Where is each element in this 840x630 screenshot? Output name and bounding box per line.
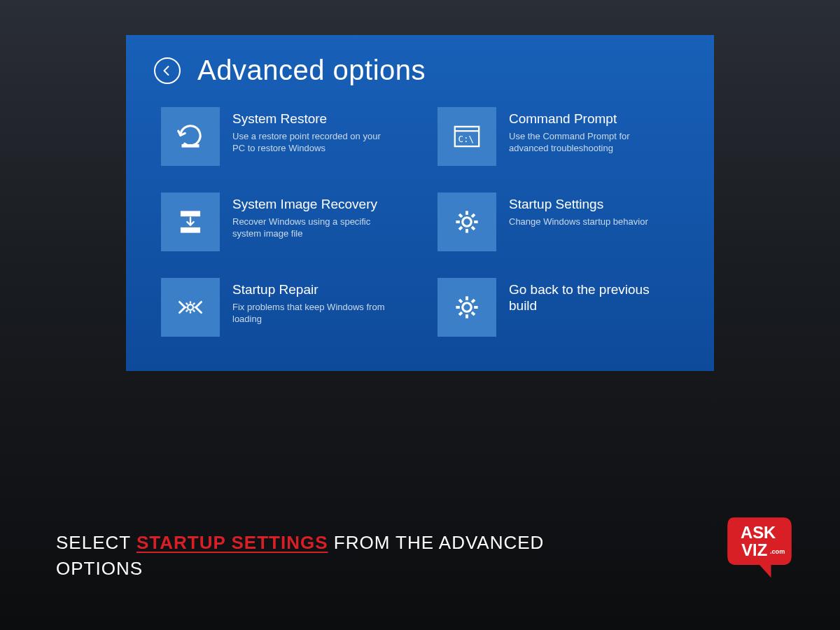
tile-text: Startup Repair Fix problems that keep Wi…: [220, 278, 388, 326]
option-previous-build[interactable]: Go back to the previous build: [438, 278, 686, 348]
askviz-logo: ASK VIZ .com: [721, 511, 798, 588]
logo-line1: ASK: [741, 523, 776, 542]
option-desc: Recover Windows using a specific system …: [232, 216, 388, 240]
logo-sub: .com: [770, 548, 785, 555]
option-title: System Image Recovery: [232, 197, 388, 213]
svg-line-11: [459, 214, 462, 217]
svg-line-30: [472, 312, 475, 315]
svg-rect-5: [181, 227, 200, 233]
gear-icon: [438, 192, 496, 251]
option-system-restore[interactable]: System Restore Use a restore point recor…: [161, 107, 410, 177]
svg-line-12: [472, 227, 475, 230]
system-image-recovery-icon: [161, 192, 220, 251]
svg-line-31: [459, 312, 462, 315]
option-title: Startup Settings: [509, 197, 648, 213]
options-grid: System Restore Use a restore point recor…: [154, 107, 686, 348]
option-command-prompt[interactable]: C:\ Command Prompt Use the Command Promp…: [438, 107, 686, 177]
gear-icon: [438, 278, 496, 337]
option-desc: Fix problems that keep Windows from load…: [232, 301, 388, 326]
tile-text: System Image Recovery Recover Windows us…: [220, 192, 388, 240]
caption-highlight: STARTUP SETTINGS: [136, 532, 328, 553]
back-button[interactable]: [154, 57, 181, 84]
option-system-image-recovery[interactable]: System Image Recovery Recover Windows us…: [161, 192, 410, 262]
svg-line-22: [186, 310, 188, 312]
svg-line-14: [472, 214, 475, 217]
tile-text: System Restore Use a restore point recor…: [220, 107, 388, 155]
svg-line-29: [459, 300, 462, 302]
svg-point-6: [463, 218, 472, 227]
option-desc: Use the Command Prompt for advanced trou…: [509, 130, 664, 155]
option-desc: Change Windows startup behavior: [509, 216, 648, 228]
page-title: Advanced options: [197, 55, 426, 86]
svg-line-23: [193, 303, 195, 304]
option-title: Command Prompt: [509, 111, 664, 127]
svg-line-13: [459, 227, 462, 230]
startup-repair-icon: [161, 278, 220, 337]
instruction-caption: SELECT STARTUP SETTINGS FROM THE ADVANCE…: [56, 530, 546, 581]
option-title: Go back to the previous build: [509, 282, 664, 314]
option-title: System Restore: [232, 111, 388, 127]
system-restore-icon: [161, 107, 220, 166]
svg-line-20: [186, 303, 188, 304]
option-startup-repair[interactable]: Startup Repair Fix problems that keep Wi…: [161, 278, 410, 348]
header: Advanced options: [154, 55, 686, 86]
svg-text:C:\: C:\: [458, 134, 475, 144]
svg-point-15: [188, 304, 193, 310]
command-prompt-icon: C:\: [438, 107, 496, 166]
tile-text: Startup Settings Change Windows startup …: [496, 192, 648, 227]
svg-line-21: [193, 310, 195, 312]
tile-text: Command Prompt Use the Command Prompt fo…: [496, 107, 664, 155]
caption-pre: SELECT: [56, 532, 136, 553]
advanced-options-screen: Advanced options System Restore Use a re…: [126, 35, 714, 371]
option-title: Startup Repair: [232, 282, 388, 298]
svg-rect-0: [182, 144, 200, 148]
option-desc: Use a restore point recorded on your PC …: [232, 130, 388, 155]
option-startup-settings[interactable]: Startup Settings Change Windows startup …: [438, 192, 686, 262]
svg-point-24: [463, 303, 472, 312]
logo-line2: VIZ: [741, 540, 767, 559]
svg-line-32: [472, 300, 475, 302]
svg-rect-4: [181, 211, 200, 216]
arrow-left-icon: [161, 64, 174, 77]
tile-text: Go back to the previous build: [496, 278, 664, 317]
